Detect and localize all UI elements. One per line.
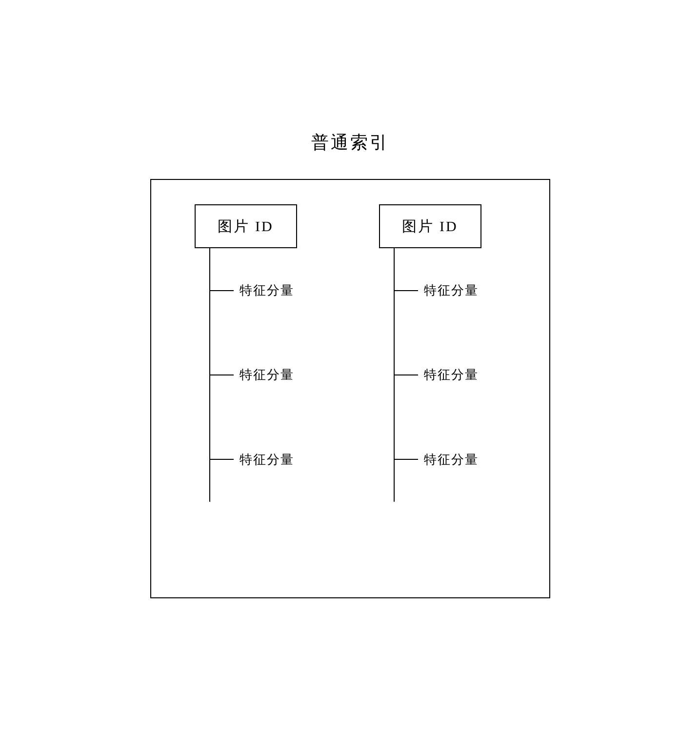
left-feature-label-3: 特征分量 xyxy=(240,451,294,468)
right-feature-item-3: 特征分量 xyxy=(394,451,479,468)
right-id-box: 图片 ID xyxy=(379,204,481,248)
right-id-label: 图片 ID xyxy=(402,217,458,236)
left-h-line-3 xyxy=(209,459,234,460)
left-column: 图片 ID 特征分量 特征分量 xyxy=(180,204,336,502)
right-h-line-1 xyxy=(394,290,418,291)
page-title: 普通索引 xyxy=(311,131,389,155)
left-h-line-2 xyxy=(209,374,234,375)
left-id-label: 图片 ID xyxy=(218,217,273,236)
columns-container: 图片 ID 特征分量 特征分量 xyxy=(166,199,535,568)
left-feature-item-3: 特征分量 xyxy=(209,451,294,468)
left-features-list: 特征分量 特征分量 特征分量 xyxy=(209,248,294,502)
page-container: 普通索引 图片 ID 特征分量 特征分量 xyxy=(131,111,570,618)
right-feature-label-1: 特征分量 xyxy=(424,282,479,299)
right-features-list: 特征分量 特征分量 特征分量 xyxy=(394,248,479,502)
right-h-line-3 xyxy=(394,459,418,460)
left-feature-label-2: 特征分量 xyxy=(240,366,294,383)
outer-border: 图片 ID 特征分量 特征分量 xyxy=(150,179,550,598)
right-h-line-2 xyxy=(394,374,418,375)
right-feature-item-1: 特征分量 xyxy=(394,282,479,299)
left-feature-item-1: 特征分量 xyxy=(209,282,294,299)
left-feature-item-2: 特征分量 xyxy=(209,366,294,383)
left-h-line-1 xyxy=(209,290,234,291)
left-id-box: 图片 ID xyxy=(195,204,297,248)
right-column: 图片 ID 特征分量 特征分量 xyxy=(364,204,520,502)
right-feature-label-3: 特征分量 xyxy=(424,451,479,468)
right-feature-item-2: 特征分量 xyxy=(394,366,479,383)
left-feature-label-1: 特征分量 xyxy=(240,282,294,299)
right-feature-label-2: 特征分量 xyxy=(424,366,479,383)
